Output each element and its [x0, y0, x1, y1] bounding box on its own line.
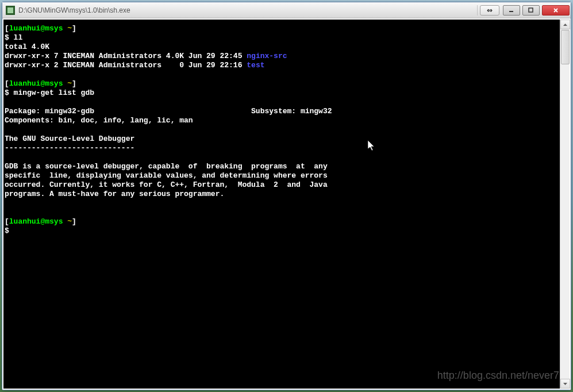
terminal-line: The GNU Source-Level Debugger: [5, 134, 559, 144]
terminal-line: [5, 199, 559, 208]
terminal-line: [5, 70, 559, 79]
minimize-icon: [509, 7, 514, 13]
terminal-line: specific line, displaying variable value…: [5, 171, 559, 180]
scroll-down-button[interactable]: [560, 379, 570, 389]
terminal-line: $: [5, 226, 559, 236]
terminal[interactable]: [luanhui@msys ~]$ lltotal 4.0Kdrwxr-xr-x…: [3, 20, 560, 389]
app-icon: [6, 6, 15, 15]
scroll-up-button[interactable]: [560, 20, 570, 29]
terminal-line: Package: mingw32-gdb Subsystem: mingw32: [5, 107, 559, 116]
chevron-down-icon: [563, 383, 567, 385]
svg-marker-4: [563, 24, 567, 26]
terminal-line: drwxr-xr-x 2 INCEMAN Administrators 0 Ju…: [5, 61, 559, 70]
terminal-line: programs. A must-have for any serious pr…: [5, 190, 559, 199]
window-title: D:\GNU\MinGW\msys\1.0\bin\sh.exe: [18, 6, 475, 14]
terminal-line: [5, 153, 559, 162]
title-separator: [477, 5, 478, 16]
app-window: D:\GNU\MinGW\msys\1.0\bin\sh.exe ⇔ [luan…: [2, 2, 571, 390]
svg-line-2: [554, 9, 557, 12]
scroll-thumb[interactable]: [561, 30, 570, 64]
scrollbar[interactable]: [560, 20, 570, 389]
terminal-line: $ ll: [5, 33, 559, 43]
terminal-line: [5, 98, 559, 107]
close-icon: [553, 7, 559, 13]
terminal-line: [5, 125, 559, 134]
terminal-line: [5, 208, 559, 217]
terminal-line: $ mingw-get list gdb: [5, 89, 559, 98]
terminal-line: [luanhui@msys ~]: [5, 24, 559, 33]
svg-rect-1: [529, 8, 533, 12]
terminal-line: [luanhui@msys ~]: [5, 217, 559, 226]
help-button[interactable]: ⇔: [480, 5, 499, 16]
minimize-button[interactable]: [503, 5, 520, 16]
svg-line-3: [554, 9, 557, 12]
terminal-line: total 4.0K: [5, 43, 559, 52]
terminal-line: -----------------------------: [5, 144, 559, 153]
maximize-icon: [528, 7, 534, 13]
terminal-line: [luanhui@msys ~]: [5, 79, 559, 89]
terminal-line: occurred. Currently, it works for C, C++…: [5, 180, 559, 190]
terminal-line: Components: bin, doc, info, lang, lic, m…: [5, 116, 559, 125]
titlebar[interactable]: D:\GNU\MinGW\msys\1.0\bin\sh.exe ⇔: [2, 2, 571, 18]
terminal-area: [luanhui@msys ~]$ lltotal 4.0Kdrwxr-xr-x…: [2, 18, 571, 390]
terminal-line: drwxr-xr-x 7 INCEMAN Administrators 4.0K…: [5, 52, 559, 61]
window-controls: [503, 5, 570, 16]
maximize-button[interactable]: [522, 5, 540, 16]
chevron-up-icon: [563, 24, 567, 26]
svg-marker-5: [563, 383, 567, 385]
terminal-line: GDB is a source-level debugger, capable …: [5, 162, 559, 171]
close-button[interactable]: [542, 5, 570, 16]
